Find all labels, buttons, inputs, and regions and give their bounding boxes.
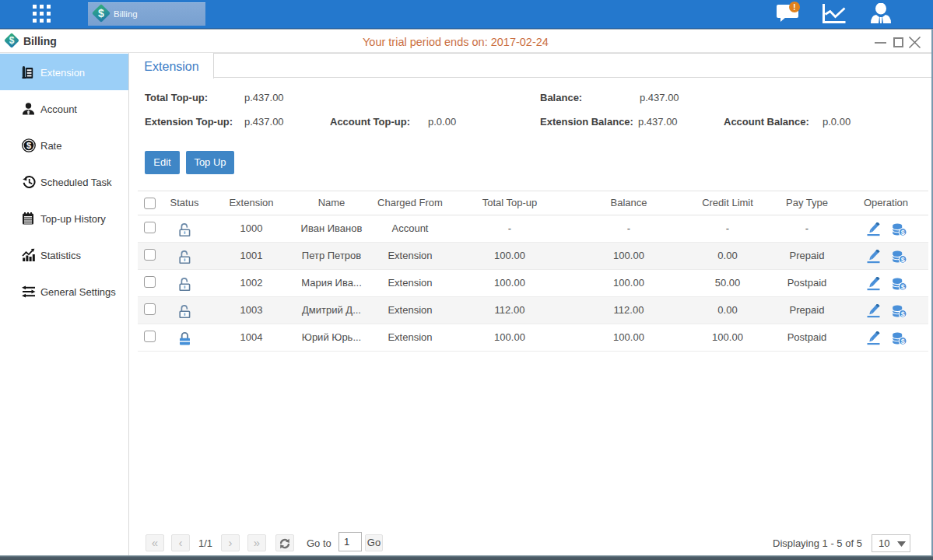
svg-text:$: $ [900,338,904,345]
svg-text:$: $ [900,256,904,264]
svg-text:$: $ [900,229,904,236]
svg-text:$: $ [26,141,31,150]
svg-text:$: $ [900,310,904,318]
svg-text:$: $ [900,283,904,291]
svg-text:!: ! [793,3,795,12]
